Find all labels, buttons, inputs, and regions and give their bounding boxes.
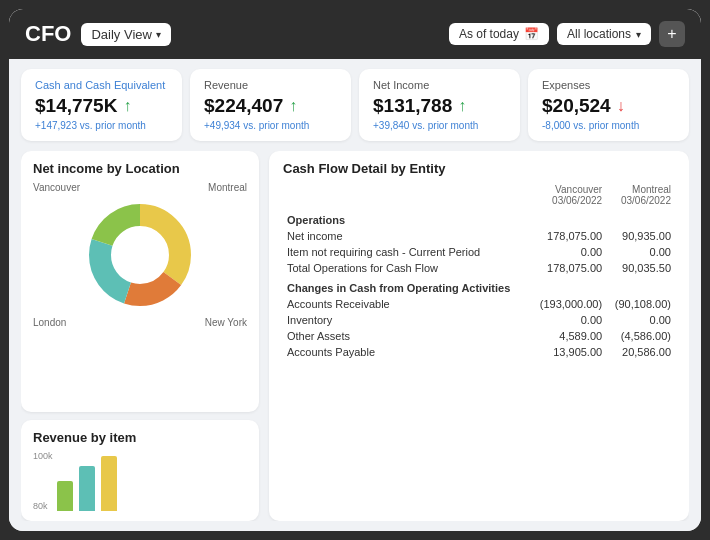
content-area: Cash and Cash Equivalent $14,775K ↑ +147… xyxy=(9,59,701,531)
donut-top-labels: Vancouver Montreal xyxy=(33,182,247,193)
net-income-chart-title: Net income by Location xyxy=(33,161,247,176)
donut-chart xyxy=(80,195,200,315)
donut-hole xyxy=(114,229,166,281)
top-bar-right: As of today 📅 All locations ▾ + xyxy=(449,21,685,47)
y-labels: 100k 80k xyxy=(33,451,57,511)
cf-link-ap[interactable]: Accounts Payable xyxy=(283,344,531,360)
table-row: Total Operations for Cash Flow 178,075.0… xyxy=(283,260,675,276)
bar-chart-area xyxy=(57,451,117,511)
revenue-chart-card: Revenue by item 100k 80k xyxy=(21,420,259,521)
cf-value: 0.00 xyxy=(531,312,606,328)
vancouver-label: Vancouver xyxy=(33,182,80,193)
cash-flow-table: Vancouver 03/06/2022 Montreal 03/06/2022 xyxy=(283,182,675,360)
kpi-label: Net Income xyxy=(373,79,506,91)
table-row: Other Assets 4,589.00 (4,586.00) xyxy=(283,328,675,344)
donut-svg xyxy=(80,195,200,315)
col-header-vancouver: Vancouver 03/06/2022 xyxy=(531,182,606,208)
all-locations-button[interactable]: All locations ▾ xyxy=(557,23,651,45)
daily-view-button[interactable]: Daily View ▾ xyxy=(81,23,170,46)
bar-green xyxy=(57,481,73,511)
cf-value: 0.00 xyxy=(606,312,675,328)
table-row: Net income 178,075.00 90,935.00 xyxy=(283,228,675,244)
kpi-change: +39,840 vs. prior month xyxy=(373,120,506,131)
kpi-value: $20,524 xyxy=(542,95,611,117)
top-bar: CFO Daily View ▾ As of today 📅 All locat… xyxy=(9,9,701,59)
kpi-value-row: $224,407 ↑ xyxy=(204,95,337,117)
chevron-down-icon: ▾ xyxy=(156,29,161,40)
page-title: CFO xyxy=(25,21,71,47)
cf-value: 0.00 xyxy=(606,244,675,260)
kpi-label: Expenses xyxy=(542,79,675,91)
cf-value: 90,035.50 xyxy=(606,260,675,276)
cf-value: 20,586.00 xyxy=(606,344,675,360)
cf-link-net-income[interactable]: Net income xyxy=(283,228,531,244)
table-row: Inventory 0.00 0.00 xyxy=(283,312,675,328)
section-header-changes: Changes in Cash from Operating Activitie… xyxy=(283,276,531,296)
arrow-up-icon: ↑ xyxy=(458,97,466,115)
kpi-card-cash: Cash and Cash Equivalent $14,775K ↑ +147… xyxy=(21,69,182,141)
arrow-up-icon: ↑ xyxy=(289,97,297,115)
montreal-label: Montreal xyxy=(208,182,247,193)
cf-total-operations: Total Operations for Cash Flow xyxy=(283,260,531,276)
kpi-value-row: $20,524 ↓ xyxy=(542,95,675,117)
cf-value: 13,905.00 xyxy=(531,344,606,360)
revenue-chart-title: Revenue by item xyxy=(33,430,247,445)
cf-link-inventory[interactable]: Inventory xyxy=(283,312,531,328)
arrow-up-icon: ↑ xyxy=(123,97,131,115)
cf-value: (90,108.00) xyxy=(606,296,675,312)
col-header-empty xyxy=(283,182,531,208)
cash-flow-title: Cash Flow Detail by Entity xyxy=(283,161,675,176)
cf-value: 178,075.00 xyxy=(531,260,606,276)
kpi-change: -8,000 vs. prior month xyxy=(542,120,675,131)
kpi-value: $14,775K xyxy=(35,95,117,117)
cf-value: 178,075.00 xyxy=(531,228,606,244)
cf-link-other-assets[interactable]: Other Assets xyxy=(283,328,531,344)
bar-teal xyxy=(79,466,95,511)
arrow-down-icon: ↓ xyxy=(617,97,625,115)
add-button[interactable]: + xyxy=(659,21,685,47)
table-row: Operations xyxy=(283,208,675,228)
kpi-value: $224,407 xyxy=(204,95,283,117)
kpi-value: $131,788 xyxy=(373,95,452,117)
cf-link-ar[interactable]: Accounts Receivable xyxy=(283,296,531,312)
kpi-change: +49,934 vs. prior month xyxy=(204,120,337,131)
chevron-down-icon: ▾ xyxy=(636,29,641,40)
table-row: Changes in Cash from Operating Activitie… xyxy=(283,276,675,296)
cf-value: (193,000.00) xyxy=(531,296,606,312)
kpi-card-net-income: Net Income $131,788 ↑ +39,840 vs. prior … xyxy=(359,69,520,141)
kpi-card-expenses: Expenses $20,524 ↓ -8,000 vs. prior mont… xyxy=(528,69,689,141)
kpi-change: +147,923 vs. prior month xyxy=(35,120,168,131)
kpi-value-row: $131,788 ↑ xyxy=(373,95,506,117)
london-label: London xyxy=(33,317,66,328)
top-bar-left: CFO Daily View ▾ xyxy=(25,21,171,47)
section-header-operations: Operations xyxy=(283,208,531,228)
cf-link-item-not-requiring[interactable]: Item not requiring cash - Current Period xyxy=(283,244,531,260)
bar-yellow xyxy=(101,456,117,511)
kpi-label: Revenue xyxy=(204,79,337,91)
donut-bottom-labels: London New York xyxy=(33,317,247,328)
y-label-100k: 100k xyxy=(33,451,53,461)
kpi-label: Cash and Cash Equivalent xyxy=(35,79,168,91)
cf-value: 90,935.00 xyxy=(606,228,675,244)
bottom-row: Net income by Location Vancouver Montrea… xyxy=(21,151,689,521)
left-panel: Net income by Location Vancouver Montrea… xyxy=(21,151,259,521)
col-header-montreal: Montreal 03/06/2022 xyxy=(606,182,675,208)
table-row: Accounts Receivable (193,000.00) (90,108… xyxy=(283,296,675,312)
cf-value: 4,589.00 xyxy=(531,328,606,344)
cf-value: 0.00 xyxy=(531,244,606,260)
newyork-label: New York xyxy=(205,317,247,328)
main-container: CFO Daily View ▾ As of today 📅 All locat… xyxy=(9,9,701,531)
kpi-card-revenue: Revenue $224,407 ↑ +49,934 vs. prior mon… xyxy=(190,69,351,141)
cash-flow-panel: Cash Flow Detail by Entity Vancouver 03/… xyxy=(269,151,689,521)
bar-chart-y-axis: 100k 80k xyxy=(33,451,247,511)
table-row: Accounts Payable 13,905.00 20,586.00 xyxy=(283,344,675,360)
y-label-80k: 80k xyxy=(33,501,53,511)
table-row: Item not requiring cash - Current Period… xyxy=(283,244,675,260)
kpi-value-row: $14,775K ↑ xyxy=(35,95,168,117)
calendar-icon: 📅 xyxy=(524,27,539,41)
kpi-row: Cash and Cash Equivalent $14,775K ↑ +147… xyxy=(21,69,689,141)
cf-value: (4,586.00) xyxy=(606,328,675,344)
net-income-chart-card: Net income by Location Vancouver Montrea… xyxy=(21,151,259,412)
as-of-today: As of today 📅 xyxy=(449,23,549,45)
